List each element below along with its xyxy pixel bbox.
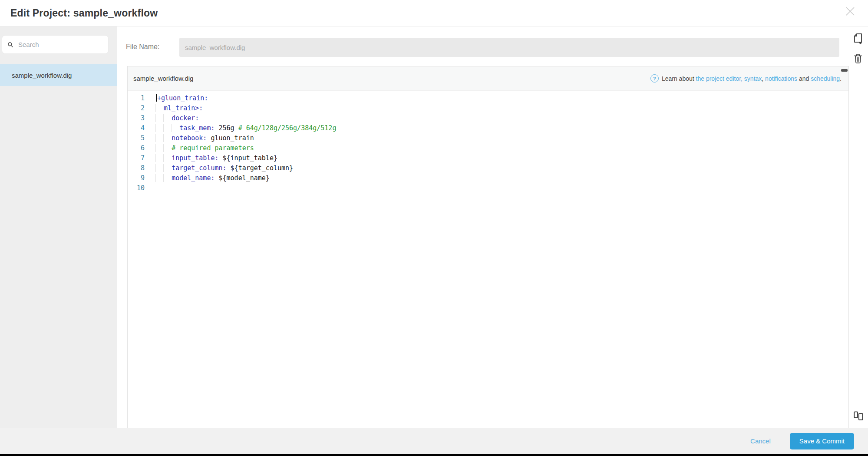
indent-guide (155, 154, 164, 162)
help-text-segment: , (762, 75, 765, 82)
indent-guide (155, 144, 164, 152)
trash-icon (853, 53, 863, 64)
help-text-segment: and (797, 75, 811, 82)
code-line: 10 (128, 183, 848, 193)
code-token-comment: # required parameters (172, 144, 254, 152)
editor-scrollbar-thumb[interactable] (841, 69, 848, 72)
code-editor[interactable]: 1+gluon_train:2 ml_train>:3 docker:4 tas… (128, 91, 848, 311)
help-link-1[interactable]: the project editor, (696, 75, 743, 82)
code-token-plain: ${input_table} (219, 154, 277, 162)
indent-guide (163, 124, 172, 132)
new-file-button[interactable] (851, 32, 865, 46)
help-link-5[interactable]: notifications (765, 75, 797, 82)
sidebar-item-sample-workflow-dig[interactable]: sample_workflow.dig (0, 64, 117, 86)
indent-guide (163, 114, 172, 122)
save-commit-button[interactable]: Save & Commit (790, 433, 854, 449)
close-icon (845, 6, 856, 17)
line-number: 8 (128, 163, 151, 173)
help-text-segment: . (840, 75, 842, 82)
close-button[interactable] (844, 5, 857, 18)
line-number: 6 (128, 143, 151, 153)
delete-file-button[interactable] (851, 51, 865, 65)
search-box (2, 35, 109, 54)
code-token-key: ml_train>: (164, 104, 203, 112)
code-line-content: +gluon_train: (151, 93, 208, 103)
code-line: 4 task_mem: 256g # 64g/128g/256g/384g/51… (128, 123, 848, 133)
code-line-content (151, 183, 156, 193)
code-token-key: input_table: (172, 154, 218, 162)
indent-guide (163, 164, 172, 172)
search-input[interactable] (17, 40, 103, 49)
editor-panel-header: sample_workflow.dig ? Learn about the pr… (128, 66, 848, 91)
cancel-button[interactable]: Cancel (748, 437, 773, 445)
new-file-icon (853, 33, 863, 45)
indent-guide (163, 174, 172, 182)
indent-guide (163, 144, 172, 152)
question-circle-icon[interactable]: ? (650, 74, 659, 83)
help-text-segment: Learn about (662, 75, 696, 82)
code-line-content: input_table: ${input_table} (151, 153, 277, 163)
code-line: 8 target_column: ${target_column} (128, 163, 848, 173)
code-line: 2 ml_train>: (128, 103, 848, 113)
code-token-key: model_name: (172, 174, 215, 182)
code-line: 1+gluon_train: (128, 93, 848, 103)
code-line: 5 notebook: gluon_train (128, 133, 848, 143)
code-token-key: +gluon_train: (157, 94, 208, 102)
code-token-key: notebook: (172, 134, 207, 142)
search-icon (7, 42, 13, 48)
file-item-label: sample_workflow.dig (12, 72, 72, 79)
modal-footer: Cancel Save & Commit (0, 428, 868, 454)
bottom-edge-bar (0, 454, 868, 456)
file-sidebar: sample_workflow.dig (0, 26, 117, 428)
code-token-key: docker: (172, 114, 199, 122)
code-line: 6 # required parameters (128, 143, 848, 153)
file-name-input[interactable] (179, 38, 839, 57)
page-title: Edit Project: sample_workflow (10, 7, 158, 19)
line-number: 7 (128, 153, 151, 163)
indent-guide (163, 154, 172, 162)
code-line-content: notebook: gluon_train (151, 133, 254, 143)
code-line-content: task_mem: 256g # 64g/128g/256g/384g/512g (151, 123, 336, 133)
line-number: 10 (128, 183, 151, 193)
code-line-content: ml_train>: (151, 103, 203, 113)
help-text: Learn about the project editor, syntax, … (662, 75, 842, 82)
code-token-plain: gluon_train (207, 134, 254, 142)
line-number: 4 (128, 123, 151, 133)
indent-guide (155, 114, 164, 122)
code-token-key: target_column: (172, 164, 226, 172)
code-line: 7 input_table: ${input_table} (128, 153, 848, 163)
modal-titlebar: Edit Project: sample_workflow (0, 0, 868, 26)
split-view-icon (853, 410, 864, 421)
line-number: 2 (128, 103, 151, 113)
line-number: 9 (128, 173, 151, 183)
indent-guide (155, 124, 164, 132)
line-number: 3 (128, 113, 151, 123)
code-token-comment: # 64g/128g/256g/384g/512g (238, 124, 337, 132)
line-number: 5 (128, 133, 151, 143)
split-view-button[interactable] (851, 409, 865, 423)
help-link-3[interactable]: syntax (744, 75, 762, 82)
indent-guide (171, 124, 179, 132)
editor-panel: sample_workflow.dig ? Learn about the pr… (127, 66, 849, 428)
editor-file-title: sample_workflow.dig (133, 75, 193, 82)
code-token-plain: ${model_name} (215, 174, 269, 182)
code-token-key: task_mem: (179, 124, 215, 132)
main-area: File Name: sample_workflow.dig ? Learn a… (117, 26, 868, 428)
editor-help-line: ? Learn about the project editor, syntax… (650, 74, 842, 83)
indent-guide (155, 174, 164, 182)
code-token-plain: 256g (215, 124, 238, 132)
code-line: 3 docker: (128, 113, 848, 123)
text-cursor (156, 94, 157, 102)
code-token-plain: ${target_column} (227, 164, 294, 172)
code-line-content: target_column: ${target_column} (151, 163, 293, 173)
indent-guide (155, 104, 164, 112)
line-number: 1 (128, 93, 151, 103)
indent-guide (155, 164, 164, 172)
code-line-content: model_name: ${model_name} (151, 173, 270, 183)
code-line: 9 model_name: ${model_name} (128, 173, 848, 183)
code-line-content: # required parameters (151, 143, 254, 153)
indent-guide (155, 134, 164, 142)
code-line-content: docker: (151, 113, 199, 123)
indent-guide (163, 134, 172, 142)
help-link-7[interactable]: scheduling (811, 75, 840, 82)
